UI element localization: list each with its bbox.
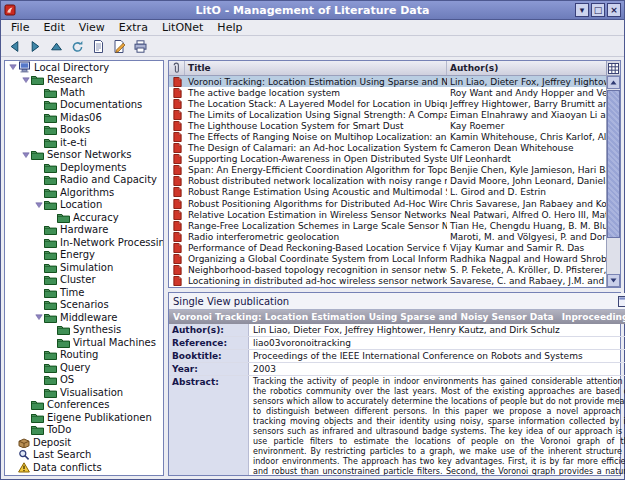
tree-item-last-search[interactable]: Last Search — [5, 449, 163, 462]
table-row[interactable]: The Effects of Ranging Noise on Multihop… — [169, 131, 606, 142]
tree-item-energy[interactable]: Energy — [5, 249, 163, 262]
tree-item-cluster[interactable]: Cluster — [5, 274, 163, 287]
folder-icon — [44, 312, 57, 323]
table-row[interactable]: Radio interferometric geolocationMaroti,… — [169, 231, 606, 242]
folder-icon — [31, 412, 44, 423]
toggle-expanded-icon[interactable] — [21, 151, 31, 159]
tree-item-books[interactable]: Books — [5, 124, 163, 137]
tree-item-synthesis[interactable]: Synthesis — [5, 324, 163, 337]
publication-type-badge: Inproceedings — [562, 312, 625, 322]
arrow-down-icon — [609, 276, 618, 285]
menu-litonet[interactable]: LitONet — [155, 20, 210, 35]
table-row[interactable]: Neighborhood-based topology recognition … — [169, 265, 606, 276]
tree-item-label: OS — [60, 374, 74, 385]
tree-item-label: Virtual Machines — [73, 337, 156, 348]
tree-item-query[interactable]: Query — [5, 361, 163, 374]
menu-file[interactable]: File — [4, 20, 36, 35]
cell-authors: Lin Liao, Dieter Fox, Jeffrey Hightower,… — [447, 77, 606, 87]
menu-extra[interactable]: Extra — [112, 20, 155, 35]
tree-item-middleware[interactable]: Middleware — [5, 311, 163, 324]
attachment-column-header[interactable] — [169, 61, 185, 75]
expand-view-button[interactable] — [617, 295, 625, 308]
tree-item-scenarios[interactable]: Scenarios — [5, 299, 163, 312]
tree-item-time[interactable]: Time — [5, 286, 163, 299]
tree-item-algorithms[interactable]: Algorithms — [5, 186, 163, 199]
cell-authors: Eiman Elnahrawy and Xiaoyan Li and Richa… — [447, 110, 606, 120]
folder-icon — [57, 212, 70, 223]
pdf-document-icon — [169, 187, 185, 197]
tree-item-local-directory[interactable]: Local Directory — [5, 61, 163, 74]
tree-item-deployments[interactable]: Deployments — [5, 161, 163, 174]
table-row[interactable]: Supporting Location-Awareness in Open Di… — [169, 154, 606, 165]
back-button[interactable] — [5, 37, 24, 56]
print-button[interactable] — [131, 37, 150, 56]
cell-authors: Benjie Chen, Kyle Jamieson, Hari Balakri… — [447, 165, 606, 175]
table-row[interactable]: Relative Location Estimation in Wireless… — [169, 209, 606, 220]
table-row[interactable]: The Limits of Localization Using Signal … — [169, 109, 606, 120]
tree-item-todo[interactable]: ToDo — [5, 424, 163, 437]
cell-authors: Savarese, C. and Rabaey, J.M. and Beutel… — [447, 276, 606, 286]
cell-authors: Maroti, M. and Völgyesi, P. and Dora, S.… — [447, 232, 606, 242]
main-content: Local DirectoryResearchMathDocumentation… — [1, 57, 624, 479]
table-row[interactable]: Span: An Energy-Efficient Coordination A… — [169, 165, 606, 176]
menu-edit[interactable]: Edit — [36, 20, 71, 35]
table-config-button[interactable] — [606, 61, 620, 76]
scrollbar-thumb[interactable] — [607, 90, 620, 238]
table-row[interactable]: Performance of Dead Reckoning-Based Loca… — [169, 242, 606, 253]
cell-title: Organizing a Global Coordinate System fr… — [185, 254, 447, 264]
tree-item-math[interactable]: Math — [5, 86, 163, 99]
table-row[interactable]: The Location Stack: A Layered Model for … — [169, 98, 606, 109]
table-row[interactable]: Range-Free Localization Schemes in Large… — [169, 220, 606, 231]
forward-button[interactable] — [26, 37, 45, 56]
tree-item-hardware[interactable]: Hardware — [5, 224, 163, 237]
menu-help[interactable]: Help — [210, 20, 249, 35]
tree-item-location[interactable]: Location — [5, 199, 163, 212]
table-row[interactable]: The Design of Calamari: an Ad-hoc Locali… — [169, 143, 606, 154]
table-row[interactable]: Robust distributed network localization … — [169, 176, 606, 187]
new-document-button[interactable] — [89, 37, 108, 56]
tree-item-simulation[interactable]: Simulation — [5, 261, 163, 274]
table-row[interactable]: Robust Positioning Algorithms for Distri… — [169, 198, 606, 209]
tree-item-sensor-networks[interactable]: Sensor Networks — [5, 149, 163, 162]
table-row[interactable]: Organizing a Global Coordinate System fr… — [169, 254, 606, 265]
table-row[interactable]: Voronoi Tracking: Location Estimation Us… — [169, 76, 606, 87]
authors-column-header[interactable]: Author(s) — [447, 61, 606, 75]
tree-item-documentations[interactable]: Documentations — [5, 99, 163, 112]
scroll-up-button[interactable] — [607, 76, 620, 89]
minimize-button[interactable]: ▾ — [575, 3, 589, 17]
tree-item-research[interactable]: Research — [5, 74, 163, 87]
tree-item-label: Simulation — [60, 262, 113, 273]
up-button[interactable] — [47, 37, 66, 56]
table-row[interactable]: Locationing in distributed ad-hoc wirele… — [169, 276, 606, 287]
tree-item-eigene-publikationen[interactable]: Eigene Publikationen — [5, 411, 163, 424]
tree-item-accuracy[interactable]: Accuracy — [5, 211, 163, 224]
table-vertical-scrollbar[interactable] — [606, 76, 620, 287]
title-column-header[interactable]: Title — [185, 61, 447, 75]
toggle-expanded-icon[interactable] — [21, 76, 31, 84]
tree-item-deposit[interactable]: Deposit — [5, 436, 163, 449]
tree-item-conferences[interactable]: Conferences — [5, 399, 163, 412]
maximize-button[interactable]: □ — [591, 3, 605, 17]
toggle-expanded-icon[interactable] — [34, 201, 44, 209]
tree-item-visualisation[interactable]: Visualisation — [5, 386, 163, 399]
tree-item-label: it-e-ti — [60, 137, 87, 148]
tree-item-virtual-machines[interactable]: Virtual Machines — [5, 336, 163, 349]
edit-button[interactable] — [110, 37, 129, 56]
tree-item-it-e-ti[interactable]: it-e-ti — [5, 136, 163, 149]
tree-item-data-conflicts[interactable]: Data conflicts — [5, 461, 163, 474]
scroll-down-button[interactable] — [607, 274, 620, 287]
menu-view[interactable]: View — [72, 20, 112, 35]
toggle-expanded-icon[interactable] — [8, 63, 18, 71]
table-row[interactable]: The Lighthouse Location System for Smart… — [169, 120, 606, 131]
tree-item-midas06[interactable]: Midas06 — [5, 111, 163, 124]
table-row[interactable]: The active badge location systemRoy Want… — [169, 87, 606, 98]
close-button[interactable]: × — [607, 3, 621, 17]
table-header: Title Author(s) — [169, 61, 606, 76]
tree-item-os[interactable]: OS — [5, 374, 163, 387]
tree-item-routing[interactable]: Routing — [5, 349, 163, 362]
refresh-button[interactable] — [68, 37, 87, 56]
table-row[interactable]: Robust Range Estimation Using Acoustic a… — [169, 187, 606, 198]
tree-item-radio-and-capacity[interactable]: Radio and Capacity — [5, 174, 163, 187]
toggle-expanded-icon[interactable] — [34, 313, 44, 321]
tree-item-in-network-processing[interactable]: In-Network Processing — [5, 236, 163, 249]
